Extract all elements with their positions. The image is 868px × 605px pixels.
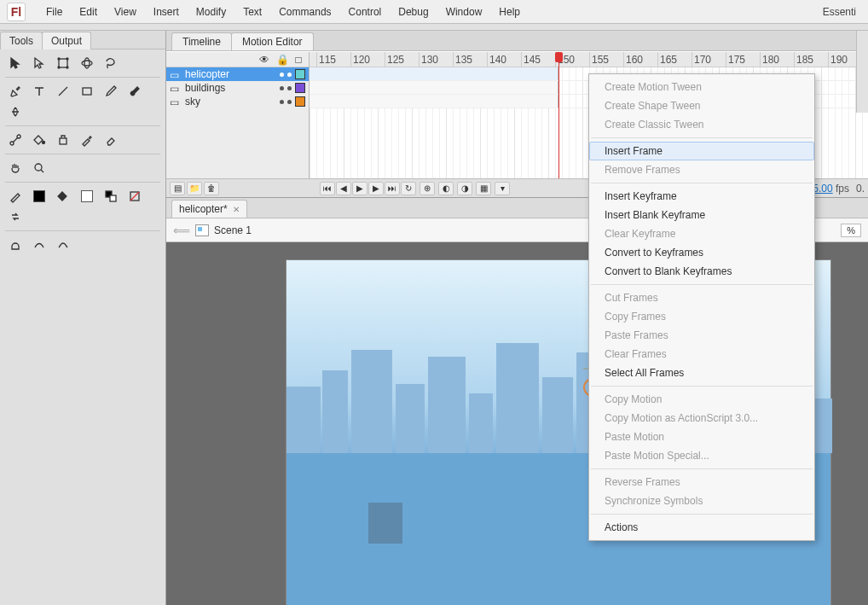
go-to-last-frame-icon[interactable]: ⏭ (385, 182, 400, 195)
play-icon[interactable]: ▶ (352, 182, 367, 195)
ink-bottle-icon[interactable] (53, 131, 73, 148)
layer-color-swatch[interactable] (295, 96, 305, 107)
document-tab-title: helicopter* (179, 203, 228, 215)
modify-markers-icon[interactable]: ▾ (495, 182, 510, 195)
tab-timeline[interactable]: Timeline (171, 32, 232, 50)
lock-dot[interactable] (287, 100, 292, 104)
stroke-color-icon[interactable] (5, 188, 26, 205)
document-tab[interactable]: helicopter* ✕ (171, 200, 247, 218)
outline-icon[interactable]: □ (293, 54, 304, 66)
lock-dot[interactable] (287, 86, 292, 90)
menu-edit[interactable]: Edit (71, 0, 106, 24)
menu-file[interactable]: File (38, 0, 71, 24)
ctx-insert-keyframe[interactable]: Insert Keyframe (589, 187, 814, 206)
menu-commands[interactable]: Commands (270, 0, 339, 24)
bone-tool-icon[interactable] (5, 131, 26, 148)
ctx-clear-keyframe: Clear Keyframe (589, 224, 814, 243)
layer-color-swatch[interactable] (295, 83, 305, 93)
menu-view[interactable]: View (106, 0, 145, 24)
elapsed-time: 0. (856, 183, 865, 195)
ctx-create-classic-tween: Create Classic Tween (589, 115, 814, 134)
brush-tool-icon[interactable] (124, 83, 145, 100)
pencil-tool-icon[interactable] (101, 83, 121, 100)
eraser-tool-icon[interactable] (101, 131, 121, 148)
back-icon[interactable]: ⟸ (173, 224, 190, 237)
ctx-insert-blank-keyframe[interactable]: Insert Blank Keyframe (589, 206, 814, 224)
lasso-tool-icon[interactable] (101, 55, 121, 72)
center-frame-icon[interactable]: ⊕ (420, 182, 435, 195)
selection-tool-icon[interactable] (5, 55, 26, 72)
layer-row-buildings[interactable]: ▭ buildings (166, 81, 309, 95)
ctx-convert-to-keyframes[interactable]: Convert to Keyframes (589, 243, 814, 262)
layer-color-swatch[interactable] (295, 69, 305, 79)
step-back-icon[interactable]: ◀ (336, 182, 351, 195)
menu-debug[interactable]: Debug (390, 0, 437, 24)
line-tool-icon[interactable] (53, 83, 73, 100)
visibility-dot[interactable] (280, 100, 284, 104)
layer-row-sky[interactable]: ▭ sky (166, 95, 309, 108)
eyedropper-icon[interactable] (77, 131, 97, 148)
loop-icon[interactable]: ↻ (401, 182, 416, 195)
app-logo[interactable]: Fl (7, 3, 26, 21)
frame-ruler[interactable]: 1151201251301351401451501551601651701751… (310, 52, 868, 67)
zoom-tool-icon[interactable] (29, 160, 49, 177)
layer-row-helicopter[interactable]: ▭ helicopter (166, 67, 309, 81)
visibility-dot[interactable] (280, 86, 284, 90)
close-icon[interactable]: ✕ (233, 205, 240, 214)
free-transform-icon[interactable] (53, 55, 73, 72)
playhead[interactable] (558, 52, 559, 178)
subselection-tool-icon[interactable] (29, 55, 49, 72)
collapsed-panels[interactable] (856, 31, 868, 113)
scene-label[interactable]: Scene 1 (214, 224, 252, 236)
tab-tools[interactable]: Tools (0, 32, 43, 49)
lock-icon[interactable]: 🔒 (276, 54, 286, 66)
ctx-actions[interactable]: Actions (589, 518, 814, 537)
pen-tool-icon[interactable] (5, 83, 26, 100)
zoom-field[interactable]: % (841, 224, 861, 237)
menu-insert[interactable]: Insert (145, 0, 188, 24)
scene-icon (195, 224, 209, 236)
menu-help[interactable]: Help (490, 0, 529, 24)
deco-tool-icon[interactable] (5, 103, 26, 120)
ctx-select-all-frames[interactable]: Select All Frames (589, 364, 814, 382)
paint-bucket-icon[interactable] (29, 131, 49, 148)
black-white-swatch-icon[interactable] (101, 188, 121, 205)
snap-to-object-icon[interactable] (5, 236, 26, 253)
delete-layer-button[interactable]: 🗑 (204, 182, 219, 195)
ctx-convert-to-blank-keyframes[interactable]: Convert to Blank Keyframes (589, 262, 814, 281)
no-color-icon[interactable] (124, 188, 145, 205)
menu-window[interactable]: Window (437, 0, 491, 24)
new-folder-button[interactable]: 📁 (187, 182, 202, 195)
fill-color-icon[interactable] (53, 188, 73, 205)
menu-text[interactable]: Text (234, 0, 270, 24)
rectangle-tool-icon[interactable] (77, 83, 97, 100)
eye-icon[interactable]: 👁 (259, 54, 269, 66)
onion-skin-outlines-icon[interactable]: ◑ (457, 182, 472, 195)
fill-swatch[interactable] (77, 188, 97, 205)
go-to-first-frame-icon[interactable]: ⏮ (320, 182, 335, 195)
ctx-separator (591, 284, 813, 285)
text-tool-icon[interactable] (29, 83, 49, 100)
tab-motion-editor[interactable]: Motion Editor (231, 32, 314, 50)
lock-dot[interactable] (287, 73, 292, 77)
onion-skin-icon[interactable]: ◐ (438, 182, 454, 195)
swap-colors-icon[interactable] (5, 208, 26, 225)
svg-point-10 (43, 142, 45, 144)
edit-multiple-frames-icon[interactable]: ▦ (476, 182, 491, 195)
ctx-insert-frame[interactable]: Insert Frame (589, 142, 814, 160)
smooth-icon[interactable] (29, 236, 49, 253)
menu-modify[interactable]: Modify (188, 0, 234, 24)
tab-output[interactable]: Output (42, 32, 91, 49)
toolbar-strip (0, 24, 868, 31)
menu-control[interactable]: Control (340, 0, 391, 24)
visibility-dot[interactable] (280, 73, 284, 77)
new-layer-button[interactable]: ▤ (170, 182, 185, 195)
step-forward-icon[interactable]: ▶ (368, 182, 384, 195)
hand-tool-icon[interactable] (5, 160, 26, 177)
svg-rect-14 (110, 195, 116, 201)
3d-rotation-icon[interactable] (77, 55, 97, 72)
straighten-icon[interactable] (53, 236, 73, 253)
stroke-swatch[interactable] (29, 188, 49, 205)
ctx-create-shape-tween: Create Shape Tween (589, 96, 814, 115)
workspace-switcher[interactable]: Essenti (818, 6, 861, 18)
